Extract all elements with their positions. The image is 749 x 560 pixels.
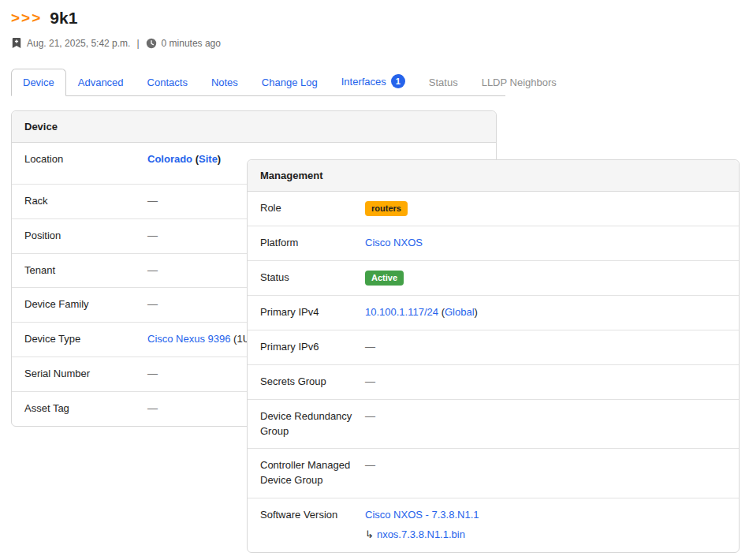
- field-value-line: —: [365, 409, 375, 424]
- management-panel-title: Management: [248, 160, 739, 192]
- management-panel-body: RoleroutersPlatformCisco NXOSStatusActiv…: [248, 192, 739, 552]
- field-value-line: ↳nxos.7.3.8.N1.1.bin: [365, 528, 479, 543]
- field-value: —: [147, 194, 158, 209]
- bookmark-plus-icon: [11, 37, 22, 49]
- empty-value-dash: —: [365, 459, 375, 471]
- value-text: (: [192, 153, 199, 165]
- field-value: —: [147, 297, 158, 312]
- empty-value-dash: —: [147, 298, 158, 310]
- empty-value-dash: —: [365, 341, 375, 353]
- location-link[interactable]: Colorado: [147, 153, 192, 165]
- tab-badge-count: 1: [391, 74, 405, 88]
- field-value: —: [365, 375, 375, 390]
- field-value-line: —: [147, 229, 158, 244]
- field-value: Colorado (Site): [147, 152, 221, 167]
- field-value-line: Active: [365, 271, 404, 286]
- field-label: Asset Tag: [24, 401, 147, 416]
- field-value-line: —: [365, 375, 375, 390]
- field-row-device-redundancy-group: Device Redundancy Group—: [248, 399, 739, 449]
- field-label: Controller Managed Device Group: [260, 458, 365, 488]
- empty-value-dash: —: [147, 264, 158, 276]
- tab-label: Status: [429, 77, 458, 88]
- field-label: Rack: [24, 194, 147, 209]
- field-value: 10.100.1.117/24 (Global): [365, 305, 478, 320]
- empty-value-dash: —: [147, 195, 158, 207]
- field-label: Role: [260, 201, 365, 216]
- field-label: Platform: [260, 236, 365, 251]
- tab-label: Interfaces: [341, 76, 386, 88]
- return-arrow-icon: ↳: [365, 528, 374, 540]
- created-timestamp: Aug. 21, 2025, 5:42 p.m.: [27, 38, 130, 49]
- field-label: Tenant: [24, 263, 147, 278]
- tab-label: LLDP Neighbors: [482, 77, 557, 88]
- field-row-software-version: Software VersionCisco NXOS - 7.3.8.N1.1↳…: [248, 498, 739, 552]
- title-row: >>> 9k1: [11, 8, 738, 28]
- field-value-line: —: [365, 458, 375, 473]
- active-badge[interactable]: Active: [365, 271, 404, 286]
- management-panel: Management RoleroutersPlatformCisco NXOS…: [247, 159, 740, 553]
- field-value: —: [147, 229, 158, 244]
- tab-status[interactable]: Status: [417, 69, 470, 96]
- field-value-line: Colorado (Site): [147, 152, 221, 167]
- field-value-line: routers: [365, 201, 408, 216]
- field-label: Device Family: [24, 297, 147, 312]
- field-value: Cisco NXOS - 7.3.8.N1.1↳nxos.7.3.8.N1.1.…: [365, 508, 479, 543]
- tab-label: Contacts: [147, 77, 188, 88]
- field-label: Position: [24, 229, 147, 244]
- field-value-line: 10.100.1.117/24 (Global): [365, 305, 478, 320]
- field-value-line: —: [147, 367, 158, 382]
- page-header: >>> 9k1 Aug. 21, 2025, 5:42 p.m. | 0 min…: [0, 0, 749, 49]
- device-type-link[interactable]: Cisco Nexus 9396: [147, 333, 231, 345]
- location-link[interactable]: Site: [199, 153, 218, 165]
- tab-device[interactable]: Device: [11, 69, 66, 96]
- tab-bar: DeviceAdvancedContactsNotesChange LogInt…: [11, 66, 505, 96]
- field-row-secrets-group: Secrets Group—: [248, 364, 739, 399]
- software-version-link[interactable]: nxos.7.3.8.N1.1.bin: [377, 528, 465, 540]
- last-updated: 0 minutes ago: [162, 38, 221, 49]
- tab-contacts[interactable]: Contacts: [136, 69, 199, 96]
- tab-notes[interactable]: Notes: [199, 69, 250, 96]
- tab-label: Device: [23, 77, 54, 88]
- page-title: 9k1: [50, 8, 77, 28]
- field-value: Cisco NXOS: [365, 236, 423, 251]
- value-text: ): [475, 306, 478, 318]
- field-label: Location: [24, 152, 147, 167]
- tab-advanced[interactable]: Advanced: [66, 69, 136, 96]
- field-value-line: —: [365, 340, 375, 355]
- tab-label: Notes: [211, 77, 238, 88]
- field-value: —: [147, 263, 158, 278]
- field-value-line: —: [147, 194, 158, 209]
- meta-separator: |: [136, 38, 139, 49]
- field-value-line: Cisco NXOS: [365, 236, 423, 251]
- empty-value-dash: —: [147, 368, 158, 379]
- field-row-status: StatusActive: [248, 260, 739, 295]
- field-label: Serial Number: [24, 367, 147, 382]
- primary-ipv4-link[interactable]: Global: [445, 306, 475, 318]
- field-value: —: [147, 367, 158, 382]
- empty-value-dash: —: [365, 410, 375, 422]
- field-label: Primary IPv4: [260, 305, 365, 320]
- field-row-platform: PlatformCisco NXOS: [248, 226, 739, 260]
- field-label: Secrets Group: [260, 375, 365, 390]
- tab-lldp-neighbors[interactable]: LLDP Neighbors: [470, 69, 568, 96]
- field-value: routers: [365, 201, 408, 216]
- tab-label: Advanced: [78, 77, 124, 88]
- software-version-link[interactable]: Cisco NXOS - 7.3.8.N1.1: [365, 509, 479, 521]
- field-row-primary-ipv4: Primary IPv410.100.1.117/24 (Global): [248, 295, 739, 330]
- tab-change-log[interactable]: Change Log: [250, 69, 330, 96]
- routers-badge[interactable]: routers: [365, 201, 408, 216]
- field-value: —: [365, 409, 375, 439]
- empty-value-dash: —: [147, 230, 158, 241]
- field-label: Status: [260, 271, 365, 286]
- field-value-line: —: [147, 263, 158, 278]
- empty-value-dash: —: [365, 375, 375, 387]
- field-row-role: Rolerouters: [248, 192, 739, 226]
- clock-icon: [146, 38, 157, 49]
- field-row-primary-ipv6: Primary IPv6—: [248, 330, 739, 364]
- platform-link[interactable]: Cisco NXOS: [365, 237, 423, 248]
- device-panel-title: Device: [12, 111, 496, 143]
- tab-interfaces[interactable]: Interfaces1: [330, 66, 417, 96]
- chevrons-right-icon: >>>: [11, 10, 42, 25]
- field-row-controller-managed-device-group: Controller Managed Device Group—: [248, 448, 739, 498]
- primary-ipv4-link[interactable]: 10.100.1.117/24: [365, 306, 438, 318]
